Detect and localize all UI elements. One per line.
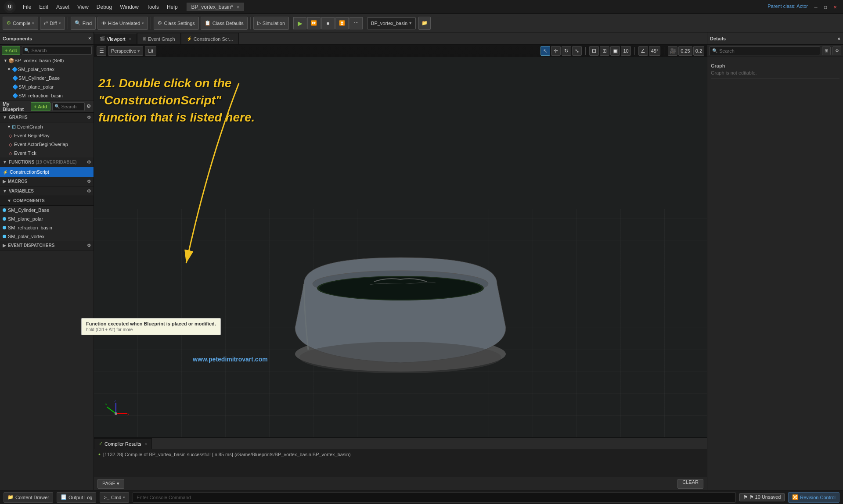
tab-construction-script[interactable]: ⚡ Construction Scr... xyxy=(181,33,239,44)
components-tree-self[interactable]: ▼ 📦 BP_vortex_basin (Self) xyxy=(0,56,94,65)
compiler-results-tab[interactable]: ✓ Compiler Results × xyxy=(94,438,152,449)
components-tree-refraction[interactable]: 🔷 SM_refraction_basin xyxy=(0,91,94,100)
bp-extra-button[interactable]: 📁 xyxy=(418,17,431,30)
pause-button[interactable]: ⏫ xyxy=(335,17,349,29)
functions-gear[interactable]: ⚙ xyxy=(87,160,91,164)
macros-section-header[interactable]: ▶ MACROS ⚙ xyxy=(0,177,94,186)
functions-section-header[interactable]: ▼ FUNCTIONS (19 OVERRIDABLE) ⚙ xyxy=(0,157,94,167)
class-defaults-button[interactable]: 📋 Class Defaults xyxy=(201,17,248,30)
variables-gear[interactable]: ⚙ xyxy=(87,189,91,193)
components-close[interactable]: × xyxy=(88,36,91,41)
surface-snap-btn[interactable]: ⊡ xyxy=(589,46,599,56)
components-tree-cylinder[interactable]: 🔷 SM_Cylinder_Base xyxy=(0,74,94,82)
components-search-input[interactable] xyxy=(31,48,90,53)
event-dispatchers-section-header[interactable]: ▶ EVENT DISPATCHERS ⚙ xyxy=(0,241,94,250)
graphs-section-header[interactable]: ▼ GRAPHS ⚙ xyxy=(0,113,94,122)
details-grid-btn[interactable]: ⊞ xyxy=(822,46,831,55)
menu-tools[interactable]: Tools xyxy=(143,3,162,11)
maximize-button[interactable]: □ xyxy=(821,3,830,11)
cam-size-value[interactable]: 0.2 xyxy=(693,46,704,56)
var-refraction[interactable]: SM_refraction_basin xyxy=(0,223,94,232)
details-search-input[interactable] xyxy=(719,48,817,54)
bp-tab-close[interactable]: × xyxy=(237,5,239,10)
compiler-results-icon: ✓ xyxy=(99,441,103,447)
class-settings-button[interactable]: ⚙ Class Settings xyxy=(154,17,198,30)
bp-settings-icon[interactable]: ⚙ xyxy=(86,104,91,109)
functions-count: (19 OVERRIDABLE) xyxy=(36,160,76,164)
components-var-section[interactable]: ▼ Components xyxy=(0,196,94,206)
clear-button[interactable]: CLEAR xyxy=(677,479,703,489)
blueprint-search-input[interactable] xyxy=(61,104,83,109)
menu-view[interactable]: View xyxy=(74,3,92,11)
bp-name-dropdown[interactable]: BP_vortex_basin ▾ xyxy=(367,17,416,29)
vp-menu-btn[interactable]: ☰ xyxy=(97,46,106,56)
var-cylinder[interactable]: SM_Cylinder_Base xyxy=(0,206,94,214)
tab-viewport[interactable]: 🎬 Viewport × xyxy=(94,33,137,44)
play-button[interactable]: ▶ xyxy=(293,17,306,29)
event-dispatchers-gear[interactable]: ⚙ xyxy=(87,243,91,248)
details-close[interactable]: × xyxy=(838,36,840,41)
scale-btn[interactable]: ⤡ xyxy=(572,46,582,56)
content-drawer-button[interactable]: 📁 Content Drawer xyxy=(4,492,53,503)
diff-button[interactable]: ⇄ Diff ▾ xyxy=(40,17,65,30)
event-actoroverlap[interactable]: ◇ Event ActorBeginOverlap xyxy=(0,140,94,149)
minimize-button[interactable]: ─ xyxy=(811,3,820,11)
components-tree-vortex[interactable]: ▼ 🔷 SM_polar_vortex xyxy=(0,65,94,74)
snap-btn[interactable]: ⊞ xyxy=(600,46,609,56)
output-log-button[interactable]: 📃 Output Log xyxy=(57,492,96,503)
find-button[interactable]: 🔍 Find xyxy=(71,17,96,30)
hide-unrelated-button[interactable]: 👁 Hide Unrelated ▾ xyxy=(97,17,148,30)
components-search-box[interactable]: 🔍 xyxy=(22,46,92,55)
details-settings-btn[interactable]: ⚙ xyxy=(832,46,841,55)
variables-section-header[interactable]: ▼ VARIABLES ⚙ xyxy=(0,186,94,196)
menu-help[interactable]: Help xyxy=(163,3,181,11)
axes-widget: X Y Z xyxy=(103,400,129,427)
menu-edit[interactable]: Edit xyxy=(36,3,52,11)
tab-event-graph[interactable]: ⊞ Event Graph xyxy=(137,33,181,44)
revision-control-button[interactable]: 🔀 Revision Control xyxy=(788,492,839,503)
components-tree-plane[interactable]: 🔷 SM_plane_polar xyxy=(0,82,94,91)
macros-gear[interactable]: ⚙ xyxy=(87,179,91,184)
eventgraph-item[interactable]: ▼ ⊞ EventGraph xyxy=(0,122,94,131)
cmd-button[interactable]: >_ Cmd ▾ xyxy=(100,492,129,503)
event-tick[interactable]: ◇ Event Tick xyxy=(0,149,94,157)
title-tab-area: BP_vortex_basin* × xyxy=(187,3,244,11)
page-button[interactable]: PAGE ▾ xyxy=(97,479,124,489)
bp-tab[interactable]: BP_vortex_basin* × xyxy=(187,3,244,11)
bottom-tabs: ✓ Compiler Results × xyxy=(94,438,707,449)
cam-speed-value[interactable]: 0.25 xyxy=(678,46,692,56)
more-button[interactable]: ⋯ xyxy=(349,17,363,29)
close-window-button[interactable]: ✕ xyxy=(831,3,839,11)
details-search-box[interactable]: 🔍 xyxy=(709,46,820,55)
simulation-button[interactable]: ▷ Simulation xyxy=(253,17,289,30)
event-beginplay[interactable]: ◇ Event BeginPlay xyxy=(0,131,94,140)
menu-window[interactable]: Window xyxy=(116,3,142,11)
construction-script-item[interactable]: ⚡ ConstructionScript xyxy=(0,167,94,177)
graphs-gear[interactable]: ⚙ xyxy=(87,115,91,120)
rotate-btn[interactable]: ↻ xyxy=(562,46,571,56)
viewport-tab-close[interactable]: × xyxy=(129,37,131,41)
var-vortex[interactable]: SM_polar_vortex xyxy=(0,232,94,241)
compiler-results-close[interactable]: × xyxy=(145,442,147,446)
select-mode-btn[interactable]: ↖ xyxy=(540,46,550,56)
stop-button[interactable]: ■ xyxy=(321,17,335,29)
menu-file[interactable]: File xyxy=(19,3,35,11)
grid-value-btn[interactable]: 10 xyxy=(621,46,630,56)
translate-btn[interactable]: ✛ xyxy=(551,46,561,56)
console-input[interactable] xyxy=(133,492,735,503)
menu-debug[interactable]: Debug xyxy=(93,3,115,11)
menu-asset[interactable]: Asset xyxy=(53,3,73,11)
lit-btn[interactable]: Lit xyxy=(145,46,156,56)
grid-size-btn[interactable]: 🔲 xyxy=(610,46,620,56)
skip-button[interactable]: ⏩ xyxy=(307,17,321,29)
add-function-button[interactable]: + Add xyxy=(31,102,50,111)
menu-bar: File Edit Asset View Debug Window Tools … xyxy=(19,3,181,11)
compile-button[interactable]: ⚙ Compile ▾ xyxy=(3,17,38,30)
perspective-btn[interactable]: Perspective ▾ xyxy=(108,46,143,56)
angle-value-btn[interactable]: 45° xyxy=(649,46,661,56)
blueprint-search-box[interactable]: 🔍 xyxy=(52,102,85,111)
var-plane[interactable]: SM_plane_polar xyxy=(0,214,94,223)
add-component-button[interactable]: + Add xyxy=(2,46,20,55)
tree-icon: 🔷 xyxy=(12,93,18,99)
blueprint-panel-header: My Blueprint + Add 🔍 ⚙ xyxy=(0,100,94,113)
